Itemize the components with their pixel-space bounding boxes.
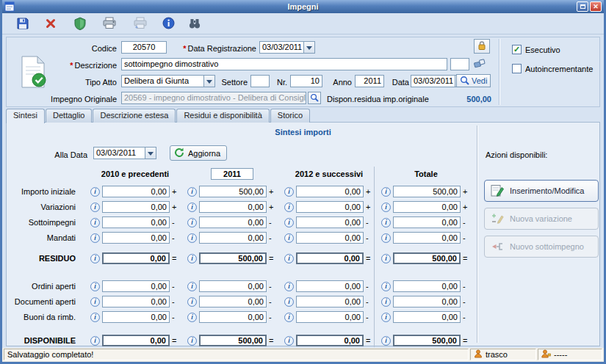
tab-sintesi[interactable]: Sintesi	[6, 109, 45, 123]
info-icon[interactable]	[381, 297, 391, 307]
info-icon[interactable]	[284, 203, 294, 212]
amount-field[interactable]: 500,00	[199, 186, 267, 197]
info-icon[interactable]	[187, 313, 197, 322]
window-close-button[interactable]: ✕	[590, 1, 602, 12]
amount-field[interactable]: 0,00	[199, 280, 267, 292]
chevron-down-icon[interactable]	[145, 147, 156, 159]
info-icon[interactable]	[90, 313, 100, 322]
impegno-search-button[interactable]	[308, 92, 321, 104]
data-registrazione-combo[interactable]: 03/03/2011	[259, 41, 315, 54]
amount-field[interactable]: 0,00	[102, 216, 170, 228]
info-icon[interactable]	[381, 233, 391, 243]
amount-field[interactable]: 0,00	[102, 296, 170, 307]
amount-field[interactable]: 500,00	[393, 252, 461, 264]
info-icon[interactable]	[90, 233, 100, 243]
verify-button[interactable]	[70, 15, 90, 33]
checkbox-icon[interactable]: ✓	[512, 45, 522, 54]
print-button[interactable]	[99, 15, 120, 33]
amount-field[interactable]: 500,00	[393, 186, 461, 197]
info-icon[interactable]	[187, 203, 197, 212]
amount-field[interactable]: 0,00	[393, 280, 461, 292]
amount-field[interactable]: 500,00	[199, 335, 267, 346]
info-button[interactable]	[158, 15, 178, 33]
tab-descrizione-estesa[interactable]: Descrizione estesa	[93, 109, 176, 123]
checkbox-icon[interactable]: ✓	[512, 64, 522, 73]
action-button-nuovo-sottoimpegno[interactable]: Nuovo sottoimpegno	[484, 236, 599, 258]
eraser-icon[interactable]	[474, 59, 486, 70]
info-icon[interactable]	[187, 282, 197, 291]
info-icon[interactable]	[284, 187, 294, 197]
vedi-button[interactable]: Vedi	[456, 74, 491, 87]
lock-button[interactable]	[474, 39, 490, 54]
anno-input[interactable]: 2011	[355, 75, 384, 87]
info-icon[interactable]	[187, 254, 197, 263]
amount-field[interactable]: 0,00	[102, 232, 170, 244]
search-button[interactable]	[184, 15, 205, 33]
info-icon[interactable]	[381, 218, 391, 228]
tab-dettaglio[interactable]: Dettaglio	[46, 109, 92, 123]
amount-field[interactable]: 0,00	[102, 311, 170, 323]
tipo-atto-select[interactable]: Delibera di Giunta	[121, 75, 215, 87]
action-button-inserimento-modifica[interactable]: Inserimento/Modifica	[484, 180, 599, 202]
amount-field[interactable]: 0,00	[393, 232, 461, 244]
amount-field[interactable]: 0,00	[296, 216, 364, 228]
amount-field[interactable]: 500,00	[199, 252, 267, 264]
action-button-nuova-variazione[interactable]: Nuova variazione	[484, 208, 599, 230]
amount-field[interactable]: 500,00	[393, 335, 461, 346]
codice-input[interactable]: 20570	[121, 41, 167, 54]
info-icon[interactable]	[90, 254, 100, 263]
delete-button[interactable]	[40, 15, 61, 33]
amount-field[interactable]: 0,00	[393, 216, 461, 228]
info-icon[interactable]	[284, 336, 294, 346]
info-icon[interactable]	[90, 218, 100, 228]
info-icon[interactable]	[187, 187, 197, 197]
info-icon[interactable]	[90, 187, 100, 197]
info-icon[interactable]	[187, 218, 197, 228]
info-icon[interactable]	[381, 313, 391, 322]
descrizione-input[interactable]: sottoimpegno dimostrativo	[121, 58, 447, 70]
info-icon[interactable]	[284, 313, 294, 322]
info-icon[interactable]	[187, 297, 197, 307]
amount-field[interactable]: 0,00	[199, 216, 267, 228]
amount-field[interactable]: 0,00	[199, 201, 267, 213]
amount-field[interactable]: 0,00	[296, 201, 364, 213]
amount-field[interactable]: 0,00	[296, 280, 364, 292]
chevron-down-icon[interactable]	[203, 75, 215, 87]
amount-field[interactable]: 0,00	[102, 186, 170, 197]
aggiorna-button[interactable]: Aggiorna	[170, 145, 227, 161]
info-icon[interactable]	[381, 254, 391, 263]
window-restore-button[interactable]	[577, 1, 588, 12]
save-button[interactable]	[12, 15, 33, 33]
settore-input[interactable]	[250, 75, 270, 87]
info-icon[interactable]	[284, 282, 294, 291]
amount-field[interactable]: 0,00	[393, 296, 461, 307]
tab-residui-disponibilita[interactable]: Residui e disponibilità	[176, 109, 269, 123]
amount-field[interactable]: 0,00	[199, 296, 267, 307]
nr-input[interactable]: 10	[290, 75, 322, 87]
amount-field[interactable]: 0,00	[296, 296, 364, 307]
info-icon[interactable]	[381, 203, 391, 212]
info-icon[interactable]	[381, 187, 391, 197]
amount-field[interactable]: 0,00	[102, 335, 170, 346]
info-icon[interactable]	[187, 233, 197, 243]
alla-data-combo[interactable]: 03/03/2011	[93, 147, 156, 159]
amount-field[interactable]: 0,00	[199, 311, 267, 323]
chevron-down-icon[interactable]	[303, 41, 315, 54]
amount-field[interactable]: 0,00	[102, 280, 170, 292]
print-preview-button[interactable]	[130, 15, 151, 33]
info-icon[interactable]	[381, 336, 391, 346]
amount-field[interactable]: 0,00	[296, 232, 364, 244]
info-icon[interactable]	[284, 254, 294, 263]
amount-field[interactable]: 0,00	[296, 252, 364, 264]
amount-field[interactable]: 0,00	[296, 335, 364, 346]
info-icon[interactable]	[90, 297, 100, 307]
amount-field[interactable]: 0,00	[393, 311, 461, 323]
tab-storico[interactable]: Storico	[270, 109, 310, 123]
autoincrementante-checkbox[interactable]: ✓ Autoincrementante	[512, 64, 593, 73]
info-icon[interactable]	[284, 297, 294, 307]
descrizione-extra-input[interactable]	[450, 58, 469, 70]
info-icon[interactable]	[90, 282, 100, 291]
esecutivo-checkbox[interactable]: ✓ Esecutivo	[512, 45, 560, 54]
amount-field[interactable]: 0,00	[296, 311, 364, 323]
info-icon[interactable]	[90, 203, 100, 212]
